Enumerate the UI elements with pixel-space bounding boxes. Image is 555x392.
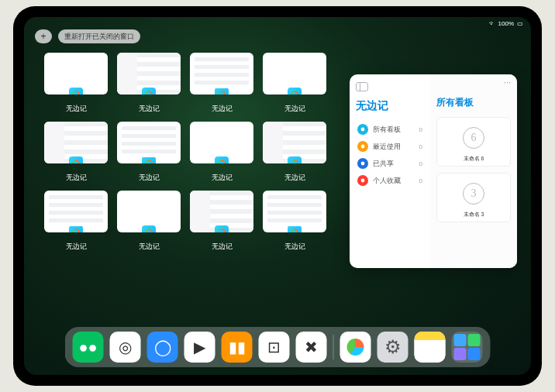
board-thumbnail: 3 [440, 177, 507, 211]
sidebar-item-icon [357, 175, 368, 186]
dice-icon: ⊡ [267, 338, 281, 356]
sidebar-item[interactable]: 最近使用0 [356, 138, 424, 155]
window-thumbnail [44, 122, 108, 163]
sidebar-item-count: 0 [419, 177, 422, 184]
app-card-label: 无边记 [212, 104, 233, 114]
app-card-label: 无边记 [66, 242, 87, 252]
freeform-icon [288, 156, 302, 163]
app-card-label: 无边记 [212, 242, 233, 252]
app-card-label: 无边记 [212, 173, 233, 183]
sidebar-item-icon [357, 158, 368, 169]
app-switcher-card[interactable]: 无边记 [263, 53, 326, 114]
notes-icon [415, 332, 446, 363]
dock-app-books[interactable]: ▮▮ [222, 332, 253, 363]
window-more-icon[interactable]: ··· [504, 77, 511, 87]
ipad-device-frame: ᯤ 100% ▭ + 重新打开已关闭的窗口 无边记无边记无边记无边记无边记无边记… [13, 6, 542, 386]
app-card-label: 无边记 [139, 242, 160, 252]
books-icon: ▮▮ [229, 338, 246, 356]
sidebar-toggle-icon[interactable] [356, 82, 368, 91]
sidebar-item-label: 已共享 [373, 159, 394, 169]
reopen-closed-window-button[interactable]: 重新打开已关闭的窗口 [58, 29, 140, 43]
battery-icon: ▭ [517, 20, 523, 27]
sidebar-item[interactable]: 已共享0 [356, 155, 424, 172]
app-switcher-card[interactable]: 无边记 [263, 191, 326, 252]
sidebar-item-count: 0 [419, 143, 422, 150]
svg-point-1 [361, 145, 365, 149]
freeform-icon [215, 225, 229, 232]
dock: ●●◎◯▶▮▮⊡✖ ⚙ [65, 327, 491, 367]
window-thumbnail [117, 53, 181, 95]
window-thumbnail [263, 191, 326, 232]
freeform-icon [347, 339, 364, 356]
app-switcher-card[interactable]: 无边记 [44, 53, 108, 114]
app-switcher-card[interactable]: 无边记 [263, 122, 326, 183]
dock-app-dice[interactable]: ⊡ [259, 332, 290, 363]
sidebar-item-icon [357, 141, 368, 152]
freeform-icon [215, 88, 229, 95]
play-icon: ▶ [194, 338, 205, 356]
app-switcher-card[interactable]: 无边记 [190, 191, 253, 252]
window-thumbnail [117, 191, 181, 232]
dock-app-play[interactable]: ▶ [184, 332, 215, 363]
board-card[interactable]: 3未命名 3 [436, 173, 511, 222]
dock-separator [333, 335, 334, 359]
qqbrowser-icon: ◯ [154, 338, 171, 356]
app-card-label: 无边记 [284, 242, 305, 252]
dock-app-quark[interactable]: ◎ [110, 332, 141, 363]
app-switcher-card[interactable]: 无边记 [117, 191, 181, 252]
app-switcher-card[interactable]: 无边记 [117, 122, 181, 183]
window-thumbnail [263, 122, 326, 163]
freeform-icon [288, 88, 302, 95]
window-thumbnail [190, 191, 253, 232]
sidebar-title: 无边记 [356, 99, 424, 113]
app-switcher-grid: 无边记无边记无边记无边记无边记无边记无边记无边记无边记无边记无边记无边记 [44, 53, 326, 252]
svg-point-2 [361, 162, 365, 166]
dock-app-wechat[interactable]: ●● [73, 332, 104, 363]
ipad-screen: ᯤ 100% ▭ + 重新打开已关闭的窗口 无边记无边记无边记无边记无边记无边记… [24, 17, 531, 375]
app-switcher-card[interactable]: 无边记 [44, 122, 108, 183]
app-card-label: 无边记 [139, 173, 160, 183]
sidebar-item-icon [357, 124, 368, 135]
window-thumbnail [190, 53, 253, 95]
freeform-icon [288, 225, 302, 232]
app-switcher-card[interactable]: 无边记 [190, 53, 253, 114]
app-card-label: 无边记 [66, 173, 87, 183]
app-switcher-card[interactable]: 无边记 [190, 122, 253, 183]
dock-app-freeform[interactable] [340, 332, 371, 363]
quark-icon: ◎ [119, 338, 132, 356]
wechat-icon: ●● [78, 339, 97, 356]
app-switcher-card[interactable]: 无边记 [44, 191, 108, 252]
battery-label: 100% [498, 20, 514, 27]
freeform-icon [69, 88, 83, 95]
app-card-label: 无边记 [139, 104, 160, 114]
board-thumbnail: 6 [440, 121, 507, 155]
wifi-icon: ᯤ [489, 20, 495, 27]
dock-app-qqbrowser[interactable]: ◯ [147, 332, 178, 363]
sidebar-item[interactable]: 个人收藏0 [356, 172, 424, 189]
board-label: 未命名 3 [440, 211, 507, 218]
sidebar-item-label: 个人收藏 [373, 176, 401, 186]
connect-icon: ✖ [305, 338, 318, 356]
dock-app-connect[interactable]: ✖ [296, 332, 327, 363]
svg-point-0 [361, 128, 365, 132]
window-thumbnail [263, 53, 326, 95]
window-thumbnail [190, 122, 253, 163]
dock-app-library[interactable] [452, 332, 483, 363]
sidebar-item-label: 最近使用 [373, 142, 401, 152]
sidebar-item-count: 0 [419, 160, 422, 167]
sidebar-item[interactable]: 所有看板0 [356, 121, 424, 138]
dock-app-settings[interactable]: ⚙ [377, 332, 408, 363]
window-thumbnail [44, 53, 108, 95]
dock-app-notes[interactable] [415, 332, 446, 363]
board-card[interactable]: 6未命名 6 [436, 117, 511, 167]
gear-icon: ⚙ [384, 336, 402, 358]
freeform-app-window[interactable]: ··· 无边记 所有看板0最近使用0已共享0个人收藏0 所有看板 6未命名 63… [350, 74, 517, 268]
app-switcher-card[interactable]: 无边记 [117, 53, 181, 114]
app-card-label: 无边记 [284, 104, 305, 114]
new-window-button[interactable]: + [35, 29, 52, 43]
freeform-sidebar: 无边记 所有看板0最近使用0已共享0个人收藏0 [350, 74, 430, 268]
sidebar-item-count: 0 [419, 126, 422, 133]
freeform-icon [215, 156, 229, 163]
board-label: 未命名 6 [440, 155, 507, 163]
status-bar: ᯤ 100% ▭ [489, 20, 523, 27]
